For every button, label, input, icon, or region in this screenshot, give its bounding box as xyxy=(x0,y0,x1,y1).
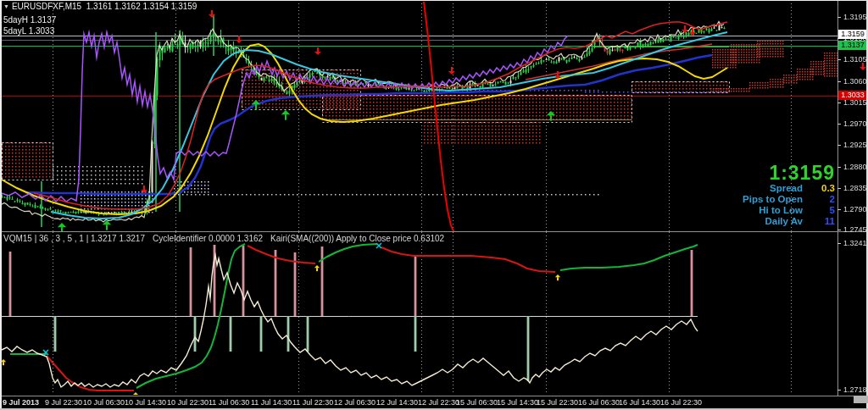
quote-value: 2 xyxy=(811,194,835,205)
time-axis-label: 12 Jul 22:30 xyxy=(418,398,459,407)
scrollbar-corner xyxy=(854,396,868,403)
time-axis-label: 15 Jul 14:30 xyxy=(497,398,538,407)
quote-row: Hi to Low5 xyxy=(743,205,835,216)
price-tick-label: 1.3060 xyxy=(843,77,867,86)
time-axis-label: 12 Jul 14:30 xyxy=(376,398,418,407)
time-axis-label: 16 Jul 22:30 xyxy=(660,398,702,407)
price-tick-label: 1.3241 xyxy=(843,239,867,247)
window-border xyxy=(0,0,868,1)
window-border xyxy=(0,0,2,410)
time-axis-label: 9 Jul 22:30 xyxy=(45,398,82,407)
price-tick-label: 1.2835 xyxy=(843,184,867,192)
price-marker-box: 1.3033 xyxy=(838,91,867,100)
price-tick-label: 1.2718 xyxy=(843,385,867,394)
mt4-chart-window: ▼EURUSDFXF,M15 1.3161 1.3162 1.3154 1.31… xyxy=(0,0,868,410)
price-marker-box: 1.3159 xyxy=(838,30,867,39)
cycleidentifier-label: CycleIdentifier 0.0000 1.3162 xyxy=(153,234,263,243)
ohlc-values: 1.3161 1.3162 1.3154 1.3159 xyxy=(86,2,198,11)
price-tick-label: 1.2970 xyxy=(843,119,867,128)
price-marker-box: 1.3137 xyxy=(838,41,867,50)
time-axis-label: 9 Jul 2013 xyxy=(3,398,39,407)
dropdown-arrow-icon[interactable]: ▼ xyxy=(3,3,9,9)
quote-row: Daily Av11 xyxy=(743,216,835,227)
kairi-indicator-label: Kairi(SMA((200)) Apply to Close price 0.… xyxy=(270,234,444,243)
chart-canvas[interactable] xyxy=(0,0,868,410)
quote-value: 0.3 xyxy=(811,183,835,194)
time-axis-label: 16 Jul 14:30 xyxy=(619,398,660,407)
five-day-high-label: 5dayH 1.3137 xyxy=(3,15,56,25)
price-tick-label: 1.3105 xyxy=(843,55,867,64)
quote-label: Daily Av xyxy=(765,216,803,226)
five-day-low-label: 5dayL 1.3033 xyxy=(3,26,54,36)
time-axis-label: 10 Jul 22:30 xyxy=(167,398,209,407)
symbol-period-label: EURUSDFXF,M15 xyxy=(12,2,81,11)
quote-value: 11 xyxy=(811,216,835,227)
time-axis-label: 15 Jul 22:30 xyxy=(537,398,578,407)
time-axis-label: 12 Jul 06:30 xyxy=(334,398,376,407)
quote-panel: 1:3159 Spread0.3Pips to Open2Hi to Low5D… xyxy=(743,163,835,227)
price-tick-label: 1.2925 xyxy=(843,141,867,149)
chart-title: ▼EURUSDFXF,M15 1.3161 1.3162 1.3154 1.31… xyxy=(3,2,197,11)
quote-label: Hi to Low xyxy=(759,205,803,215)
time-axis-label: 11 Jul 14:30 xyxy=(251,398,292,407)
current-price: 1:3159 xyxy=(743,163,835,183)
quote-row: Pips to Open2 xyxy=(743,194,835,205)
quote-row: Spread0.3 xyxy=(743,183,835,194)
price-tick-label: 1.2880 xyxy=(843,163,867,171)
time-axis-label: 10 Jul 14:30 xyxy=(125,398,166,407)
price-tick-label: 1.3195 xyxy=(843,13,867,21)
time-axis-label: 11 Jul 06:30 xyxy=(209,398,249,407)
time-axis-label: 11 Jul 22:30 xyxy=(292,398,333,407)
price-tick-label: 1.2745 xyxy=(843,225,867,234)
time-axis-label: 16 Jul 06:30 xyxy=(578,398,620,407)
indicator-header: VQM15 | 36 , 3 , 5 , 1 | 1.3217 1.3217Cy… xyxy=(3,234,452,243)
price-tick-label: 1.2790 xyxy=(843,205,867,213)
quote-value: 5 xyxy=(811,205,835,216)
time-axis-label: 15 Jul 06:30 xyxy=(456,398,498,407)
quote-label: Spread xyxy=(770,183,803,193)
time-axis-label: 10 Jul 06:30 xyxy=(83,398,125,407)
vq-indicator-label: VQM15 | 36 , 3 , 5 , 1 | 1.3217 1.3217 xyxy=(3,234,145,243)
quote-label: Pips to Open xyxy=(743,194,803,204)
